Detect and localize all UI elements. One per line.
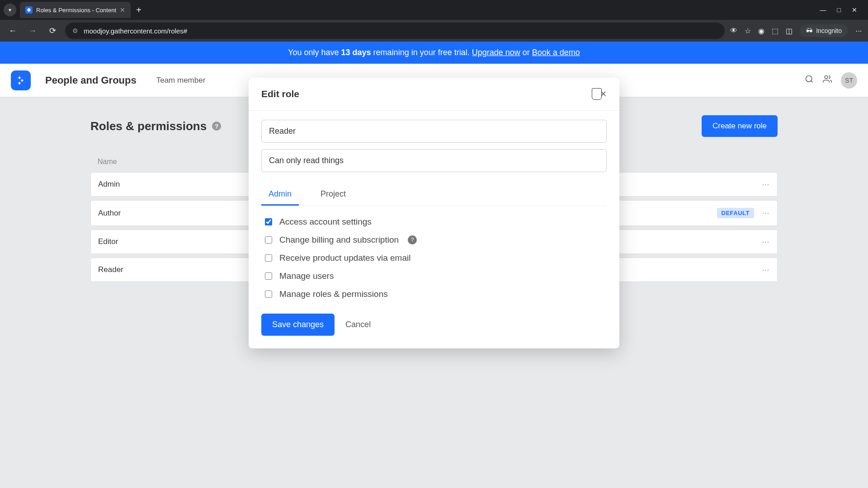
tab-close-icon[interactable]: ✕ <box>120 6 125 14</box>
site-settings-icon[interactable]: ⚙ <box>72 27 78 34</box>
extensions-icon[interactable]: ⬚ <box>772 27 778 35</box>
role-description-input[interactable] <box>261 149 607 172</box>
tab-project[interactable]: Project <box>313 184 353 206</box>
close-window-button[interactable]: ✕ <box>852 6 857 14</box>
browser-tab[interactable]: Roles & Permissions - Content ✕ <box>20 2 131 18</box>
permission-item[interactable]: Access account settings <box>265 217 607 227</box>
permission-item[interactable]: Change billing and subscription? <box>265 235 607 245</box>
permission-checkbox[interactable] <box>265 272 272 280</box>
save-button[interactable]: Save changes <box>261 314 335 336</box>
browser-toolbar: ← → ⟳ ⚙ moodjoy.gathercontent.com/roles#… <box>0 20 868 42</box>
permission-item[interactable]: Manage roles & permissions <box>265 289 607 299</box>
new-tab-button[interactable]: + <box>136 5 142 15</box>
browser-menu-icon[interactable]: ⋮ <box>855 28 863 33</box>
permission-checkbox[interactable] <box>265 218 272 225</box>
permission-checkbox[interactable] <box>265 254 272 262</box>
cancel-button[interactable]: Cancel <box>345 320 371 329</box>
permission-label: Manage roles & permissions <box>279 289 388 299</box>
tab-title: Roles & Permissions - Content <box>36 7 116 14</box>
url-text: moodjoy.gathercontent.com/roles# <box>84 27 187 35</box>
permission-checkbox[interactable] <box>265 236 272 244</box>
profile-icon[interactable]: ◉ <box>758 27 764 35</box>
permission-label: Access account settings <box>279 217 372 227</box>
minimize-button[interactable]: — <box>820 6 826 14</box>
modal-overlay: Edit role ✕ Admin Project Access account… <box>0 42 868 488</box>
bookmark-icon[interactable]: ☆ <box>745 27 751 35</box>
url-bar[interactable]: ⚙ moodjoy.gathercontent.com/roles# <box>65 23 725 39</box>
modal-close-button[interactable]: ✕ <box>600 89 607 99</box>
incognito-badge[interactable]: 🕶 Incognito <box>800 24 848 37</box>
browser-tab-bar: ▾ Roles & Permissions - Content ✕ + — □ … <box>0 0 868 20</box>
permission-item[interactable]: Manage users <box>265 271 607 281</box>
permission-label: Manage users <box>279 271 334 281</box>
permission-item[interactable]: Receive product updates via email <box>265 253 607 263</box>
modal-title: Edit role <box>261 89 299 99</box>
edit-role-modal: Edit role ✕ Admin Project Access account… <box>249 78 619 348</box>
permission-label: Receive product updates via email <box>279 253 410 263</box>
permission-label: Change billing and subscription <box>279 235 399 245</box>
side-panel-icon[interactable]: ◫ <box>786 27 793 35</box>
back-button[interactable]: ← <box>5 26 20 36</box>
tab-favicon <box>25 6 33 14</box>
incognito-icon: 🕶 <box>806 27 812 34</box>
tab-admin[interactable]: Admin <box>261 184 299 206</box>
reload-button[interactable]: ⟳ <box>45 26 60 36</box>
permission-checkbox[interactable] <box>265 291 272 298</box>
maximize-button[interactable]: □ <box>837 6 841 14</box>
hide-extension-icon[interactable]: 👁 <box>730 27 737 35</box>
help-icon[interactable]: ? <box>408 235 417 244</box>
role-name-input[interactable] <box>261 120 607 143</box>
tab-search-dropdown[interactable]: ▾ <box>4 4 16 16</box>
forward-button[interactable]: → <box>25 26 40 36</box>
